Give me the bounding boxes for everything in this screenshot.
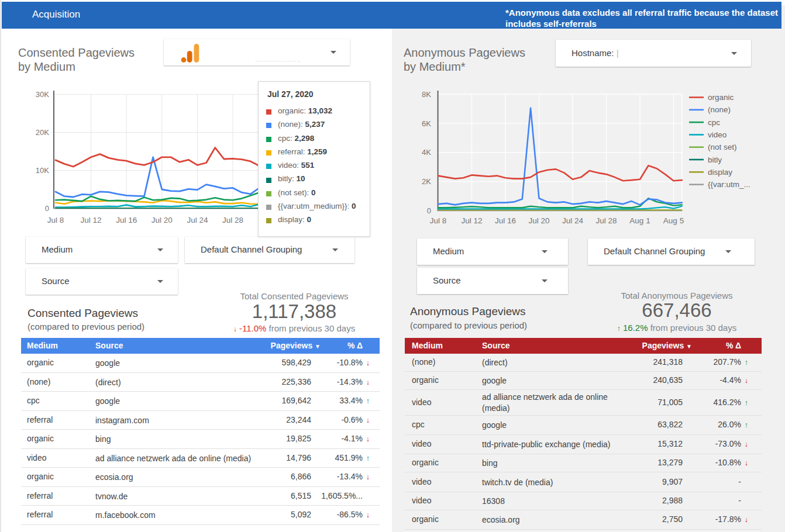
svg-text:2K: 2K — [422, 177, 431, 186]
svg-text:Jul 24: Jul 24 — [187, 216, 208, 224]
svg-text:(none): (none) — [708, 105, 731, 114]
svg-text:Jul 12: Jul 12 — [81, 216, 102, 224]
svg-text:4K: 4K — [422, 148, 431, 157]
svg-text:Jul 8: Jul 8 — [430, 216, 447, 225]
svg-text:Jul 16: Jul 16 — [116, 216, 137, 224]
svg-text:0: 0 — [45, 204, 49, 213]
svg-text:Jul 20: Jul 20 — [528, 216, 549, 225]
svg-text:bitly: bitly — [708, 156, 722, 164]
svg-text:20K: 20K — [36, 128, 49, 137]
svg-text:0: 0 — [427, 206, 431, 215]
svg-text:30K: 30K — [36, 90, 49, 99]
svg-text:Jul 28: Jul 28 — [595, 216, 617, 225]
svg-text:Jul 16: Jul 16 — [495, 216, 516, 225]
svg-text:Jul 28: Jul 28 — [222, 216, 243, 224]
svg-text:video: video — [708, 130, 727, 139]
svg-text:Jul 8: Jul 8 — [47, 216, 64, 224]
svg-text:10K: 10K — [36, 166, 49, 175]
svg-text:display: display — [708, 168, 732, 177]
svg-text:8K: 8K — [422, 90, 431, 99]
svg-text:Aug 1: Aug 1 — [629, 216, 650, 225]
svg-text:{{var:utm_...: {{var:utm_... — [708, 180, 750, 189]
svg-text:cpc: cpc — [708, 118, 720, 127]
svg-text:organic: organic — [708, 93, 734, 102]
svg-text:Aug 5: Aug 5 — [663, 216, 684, 225]
svg-text:(not set): (not set) — [708, 143, 737, 151]
svg-text:6K: 6K — [422, 119, 431, 128]
svg-text:Jul 20: Jul 20 — [152, 216, 173, 224]
svg-text:Jul 24: Jul 24 — [562, 216, 584, 225]
svg-text:Jul 12: Jul 12 — [461, 216, 482, 225]
